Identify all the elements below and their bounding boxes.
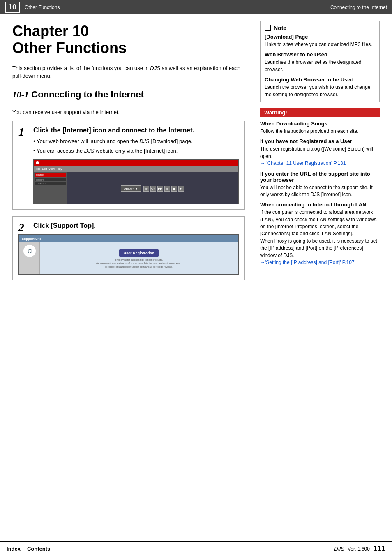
section-num: 10-1 [12,89,29,100]
step-1-block: 1 Click the [Internet] icon and connect … [12,121,245,210]
download-page-title: [Download] Page [265,34,375,40]
ss1-btn1: ⊕ [143,186,149,192]
ss1-btn2: ON [150,186,156,192]
footer: Index Contents DJS Ver. 1.600 111 [0,541,392,556]
ss1-file: File [36,167,40,170]
ss1-center: DELAY ▼ ⊕ ON ▶▶ ⊕ ◼ ▸ [67,172,238,204]
not-registered-link[interactable]: → 'Chapter 11 User Registration' P.131 [260,160,346,166]
lan-body: If the computer is connected to a local … [260,209,380,266]
changing-browser-title: Changing Web Browser to be Used [265,76,375,83]
sidebar: Note [Download] Page Links to sites wher… [255,14,386,295]
web-browser-title: Web Browser to be Used [265,51,375,58]
main-content: Chapter 10 Other Functions This section … [0,14,255,295]
step-2-block: 2 Click [Support Top]. Support Site 🎵 Us… [12,216,245,281]
ss1-edit: Edit [42,167,47,170]
section-sub-text: You can receive user support via the Int… [12,109,245,115]
footer-right: DJS Ver. 1.600 111 [334,544,385,553]
step-1-title: Click the [Internet] icon and connect to… [33,126,239,135]
step-2-num: 2 [18,222,24,233]
note-icon [265,25,271,31]
ss1-play: Play [56,167,62,170]
ss1-left-panel: Source Song DB LOOP SYS [34,172,67,204]
chapter-number-box: 10 [5,2,20,13]
header-bar: 10 Other Functions Connecting to the Int… [0,0,392,14]
step-1-bullets: Your web browser will launch and open th… [33,137,239,155]
step-1-bullet-2: You can access the DJS website only via … [33,147,239,155]
chapter-title: Chapter 10 Other Functions [12,23,245,57]
footer-contents-link[interactable]: Contents [27,546,50,552]
lan-link[interactable]: →'Setting the [IP address] and [Port]' P… [260,259,355,265]
step-2-title: Click [Support Top]. [33,222,239,230]
warning-box: Warning! [260,108,380,117]
header-right-label: Connecting to the Internet [330,5,387,10]
ss1-toolbar: File Edit View Play [34,166,238,172]
step-1-num: 1 [18,126,24,138]
ss2-center: User Registration Thank you for purchasi… [40,242,238,275]
ss1-btn4: ⊕ [164,186,170,192]
ss1-btn3: ▶▶ [157,186,163,192]
ss1-top-bar [34,160,238,166]
footer-brand: DJS [334,546,344,552]
section-title: Connecting to the Internet [31,89,144,100]
ss1-item1: Song DB [35,178,66,181]
header-left: 10 Other Functions [5,2,60,13]
page-container: Chapter 10 Other Functions This section … [0,14,392,295]
not-registered-body: The user registration dialog ([Welcome] … [260,146,380,167]
web-browser-body: Launches the browser set as the designat… [265,59,375,73]
ss2-top: Support Site [19,235,238,242]
ss1-item2: LOOP SYS [35,182,66,185]
screenshot-2: Support Site 🎵 User Registration Thank y… [18,234,239,275]
ss1-delay: DELAY ▼ [121,185,141,192]
ss2-user-reg: User Registration [119,249,158,257]
changing-browser-body: Launch the browser you wish to use and c… [265,84,375,98]
when-downloading-body: Follow the instructions provided on each… [260,128,380,135]
step-1-bullet-1: Your web browser will launch and open th… [33,137,239,146]
ss2-body: 🎵 User Registration Thank you for purcha… [19,242,238,275]
not-registered-title: If you have not Registered as a User [260,138,380,144]
section-heading: 10-1 Connecting to the Internet [12,89,245,102]
ss1-source: Source [35,173,66,177]
footer-left: Index Contents [7,546,334,552]
ss1-view: View [48,167,55,170]
note-header: Note [265,25,375,31]
lan-title: When connecting to Internet through LAN [260,202,380,208]
url-body: You will not be able to connect to the s… [260,184,380,199]
ss1-btn5: ◼ [171,186,177,192]
screenshot-1: File Edit View Play Source Song DB LOOP … [33,159,239,204]
note-box: Note [Download] Page Links to sites wher… [260,21,380,102]
ss1-dot [36,161,39,164]
when-downloading-title: When Downloading Songs [260,120,380,127]
url-title: If you enter the URL of the support site… [260,171,380,183]
ss1-controls: ⊕ ON ▶▶ ⊕ ◼ ▸ [143,186,184,192]
footer-index-link[interactable]: Index [7,546,21,552]
ss2-text: Thank you for purchasing Pioneer product… [96,258,182,269]
intro-text: This section provides a list of the func… [12,64,245,80]
header-left-label: Other Functions [25,5,60,10]
ss2-icon: 🎵 [23,245,36,257]
download-page-body: Links to sites where you can download MP… [265,41,375,48]
note-title: Note [274,25,286,31]
footer-version: Ver. 1.600 [348,546,370,552]
ss2-left: 🎵 [19,242,40,275]
ss1-btn6: ▸ [178,186,184,192]
footer-page-num: 111 [373,544,385,553]
